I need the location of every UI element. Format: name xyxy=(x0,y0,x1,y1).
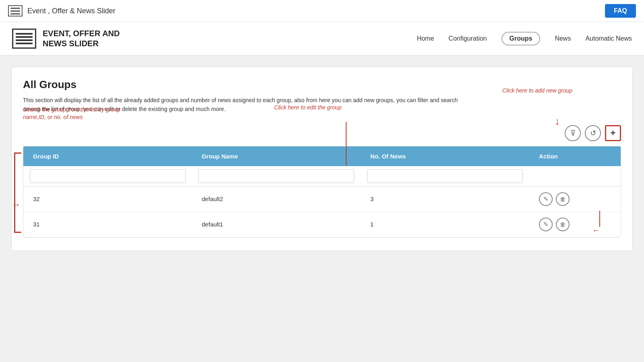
row2-id: 31 xyxy=(23,212,192,237)
row2-action-cell: ✎ 🗑 xyxy=(539,218,611,231)
groups-table: Group ID Group Name No. Of News Action xyxy=(23,146,621,238)
col-group-id: Group ID xyxy=(23,146,192,166)
row1-delete-button[interactable]: 🗑 xyxy=(556,192,570,206)
trash-icon: 🗑 xyxy=(560,196,566,202)
delete-line-v xyxy=(599,211,600,227)
table-row: 32 default2 3 ✎ 🗑 xyxy=(23,186,621,212)
logo-icon xyxy=(12,29,36,49)
search-bracket xyxy=(14,152,21,233)
row2-actions: ✎ 🗑 xyxy=(529,212,621,237)
add-group-button[interactable]: + xyxy=(605,125,621,141)
row2-name: default1 xyxy=(192,212,361,237)
logo-text: EVENT, OFFER AND NEWS SLIDER xyxy=(43,29,120,49)
delete-arrow-left: ← xyxy=(592,226,600,235)
row1-edit-button[interactable]: ✎ xyxy=(539,192,553,206)
table-header: Group ID Group Name No. Of News Action xyxy=(23,146,621,166)
table-row: 31 default1 1 ✎ 🗑 xyxy=(23,212,621,237)
filter-id-input[interactable] xyxy=(30,169,186,183)
search-arrow: → xyxy=(12,200,21,210)
row1-name: default2 xyxy=(192,186,361,212)
top-bar: Event , Offer & News Slider FAQ xyxy=(0,0,644,22)
trash-icon: 🗑 xyxy=(560,221,566,228)
edit-icon: ✎ xyxy=(543,221,549,228)
row2-delete-button[interactable]: 🗑 xyxy=(556,218,570,231)
top-bar-left: Event , Offer & News Slider xyxy=(8,5,116,16)
nav-groups[interactable]: Groups xyxy=(502,32,541,45)
col-group-name: Group Name xyxy=(192,146,361,166)
filter-action-cell xyxy=(529,166,621,187)
main-nav: Home Configuration Groups News Automatic… xyxy=(417,32,632,45)
row1-actions: ✎ 🗑 xyxy=(529,186,621,212)
add-group-annotation: Click here to add new group xyxy=(497,87,578,95)
nav-configuration[interactable]: Configuration xyxy=(448,35,487,42)
toolbar: ⊽ ↺ + xyxy=(23,125,621,141)
row2-edit-button[interactable]: ✎ xyxy=(539,218,553,231)
col-action: Action xyxy=(529,146,621,166)
filter-name-cell xyxy=(192,166,361,187)
filter-button[interactable]: ⊽ xyxy=(565,125,581,141)
row1-id: 32 xyxy=(23,186,192,212)
search-annotation: Search the group from the list by group … xyxy=(23,106,144,121)
header: EVENT, OFFER AND NEWS SLIDER Home Config… xyxy=(0,22,644,56)
refresh-button[interactable]: ↺ xyxy=(585,125,601,141)
faq-button[interactable]: FAQ xyxy=(605,4,636,18)
edit-icon: ✎ xyxy=(543,195,549,203)
row1-action-cell: ✎ 🗑 xyxy=(539,192,611,206)
filter-icon: ⊽ xyxy=(570,129,576,138)
filter-news-cell xyxy=(361,166,529,187)
filter-id-cell xyxy=(23,166,192,187)
refresh-icon: ↺ xyxy=(590,129,596,138)
main-content: All Groups This section will display the… xyxy=(0,56,644,262)
nav-home[interactable]: Home xyxy=(417,35,434,42)
edit-annotation: Click here to edit the group xyxy=(274,104,341,111)
filter-news-input[interactable] xyxy=(367,169,523,183)
table-container: → Search the group from the list by grou… xyxy=(23,125,621,238)
row2-news-count: 1 xyxy=(361,212,529,237)
filter-row xyxy=(23,166,621,187)
row1-news-count: 3 xyxy=(361,186,529,212)
plus-icon: + xyxy=(611,128,616,138)
nav-automatic-news[interactable]: Automatic News xyxy=(585,35,632,42)
all-groups-card: All Groups This section will display the… xyxy=(11,67,633,251)
app-title: Event , Offer & News Slider xyxy=(27,7,116,15)
app-icon xyxy=(8,5,23,16)
logo-area: EVENT, OFFER AND NEWS SLIDER xyxy=(12,29,120,49)
col-no-of-news: No. Of News xyxy=(361,146,529,166)
nav-news[interactable]: News xyxy=(555,35,571,42)
filter-name-input[interactable] xyxy=(198,169,354,183)
